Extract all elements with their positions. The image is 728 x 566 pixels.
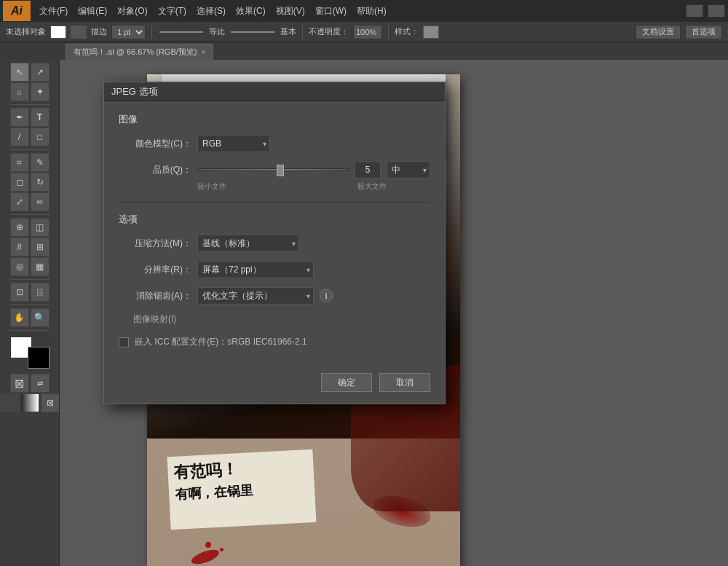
color-model-label: 颜色模型(C)：: [119, 138, 191, 150]
tab-bar: 有范吗！.ai @ 66.67% (RGB/预览) ×: [0, 42, 728, 60]
preferences-btn[interactable]: 首选项: [685, 25, 722, 39]
stroke-label: 描边: [91, 26, 107, 37]
stroke-dropdown[interactable]: 1 pt: [111, 25, 146, 39]
section-divider-1: [119, 202, 430, 203]
resolution-select[interactable]: 屏幕（72 ppi） 低（150 ppi） 中（150 ppi） 高（300 p…: [197, 261, 314, 278]
tool-row-11: ⊡ ⌻: [10, 283, 50, 302]
tool-sep-5: [10, 304, 50, 305]
quality-level-select[interactable]: 中 低 高 最高: [387, 161, 430, 178]
tool-sep-2: [10, 149, 50, 150]
pen-tool[interactable]: ✒: [10, 108, 29, 127]
tool-sep-6: [10, 330, 50, 331]
color-mode-btn[interactable]: [0, 393, 19, 412]
symbol-tool[interactable]: ◎: [10, 257, 29, 276]
line-preview-2: [231, 31, 274, 33]
zoom-tool[interactable]: 🔍: [31, 308, 50, 327]
menu-bar: Ai 文件(F) 编辑(E) 对象(O) 文字(T) 选择(S) 效果(C) 视…: [0, 0, 728, 22]
rect-tool[interactable]: □: [31, 127, 50, 146]
selection-tool[interactable]: ↖: [10, 63, 29, 82]
eraser-tool[interactable]: ◻: [10, 173, 29, 192]
image-map-link[interactable]: 图像映射(I): [133, 313, 430, 326]
fill-swatch[interactable]: [50, 25, 66, 39]
hand-tool[interactable]: ✋: [10, 308, 29, 327]
tool-row-12: ✋ 🔍: [10, 308, 50, 327]
mesh-tool[interactable]: #: [10, 237, 29, 256]
compression-label: 压缩方法(M)：: [119, 237, 191, 250]
antialiasing-row: 消除锯齿(A)： 优化文字（提示） 无 优化图稿（超级采样） ℹ: [119, 287, 430, 304]
icc-checkbox[interactable]: [119, 337, 129, 347]
icc-label: 嵌入 ICC 配置文件(E)：sRGB IEC61966-2.1: [135, 336, 307, 348]
resolution-label: 分辨率(R)：: [119, 264, 191, 276]
menu-text[interactable]: 文字(T): [154, 4, 191, 19]
menu-select[interactable]: 选择(S): [192, 4, 230, 19]
ok-button[interactable]: 确定: [321, 373, 372, 392]
compression-select[interactable]: 基线（标准） 基线（已优化） 逐行: [197, 235, 299, 252]
artboard-tool[interactable]: ⊡: [10, 283, 29, 302]
shape-builder-tool[interactable]: ⊞: [31, 237, 50, 256]
antialiasing-select[interactable]: 优化文字（提示） 无 优化图稿（超级采样）: [197, 287, 314, 304]
slider-thumb[interactable]: [277, 165, 284, 176]
opacity-input[interactable]: [353, 25, 382, 39]
document-tab[interactable]: 有范吗！.ai @ 66.67% (RGB/预览) ×: [66, 44, 213, 60]
text-tool[interactable]: T: [31, 108, 50, 127]
color-model-wrapper: RGB CMYK 灰度: [197, 135, 270, 152]
menu-window[interactable]: 窗口(W): [311, 4, 351, 19]
pencil-tool[interactable]: ✎: [31, 153, 50, 172]
paintbrush-tool[interactable]: ⌗: [10, 153, 29, 172]
quality-slider-container: 中 低 高 最高: [197, 161, 430, 178]
tool-sep-1: [10, 104, 50, 105]
resolution-wrapper: 屏幕（72 ppi） 低（150 ppi） 中（150 ppi） 高（300 p…: [197, 261, 314, 278]
menu-view[interactable]: 视图(V): [272, 4, 309, 19]
tool-sep-4: [10, 279, 50, 280]
menu-effect[interactable]: 效果(C): [232, 4, 270, 19]
gradient-mode-btn[interactable]: [20, 393, 39, 412]
lasso-tool[interactable]: ⌕: [10, 82, 29, 101]
quality-level-wrapper: 中 低 高 最高: [387, 161, 430, 178]
separator-1: [151, 25, 152, 39]
eyedropper-tool[interactable]: ⊕: [10, 218, 29, 237]
icc-row: 嵌入 ICC 配置文件(E)：sRGB IEC61966-2.1: [119, 336, 430, 348]
gradient-tool[interactable]: ◫: [31, 218, 50, 237]
tool-row-5: ⌗ ✎: [10, 153, 50, 172]
magic-wand-tool[interactable]: ✦: [31, 82, 50, 101]
cancel-button[interactable]: 取消: [379, 373, 430, 392]
menu-help[interactable]: 帮助(H): [352, 4, 391, 19]
slice-tool[interactable]: ⌻: [31, 283, 50, 302]
tool-row-3: ✒ T: [10, 108, 50, 127]
opacity-label: 不透明度：: [309, 26, 349, 37]
quality-row: 品质(Q)： 中 低 高 最高: [119, 161, 430, 192]
color-model-select[interactable]: RGB CMYK 灰度: [197, 135, 270, 152]
direct-selection-tool[interactable]: ↗: [31, 63, 50, 82]
tab-close-btn[interactable]: ×: [201, 48, 205, 56]
style-label: 样式：: [395, 26, 419, 37]
color-swatch-area: [10, 337, 50, 369]
swap-colors-btn[interactable]: ⇄: [31, 374, 50, 393]
quality-slider[interactable]: [197, 168, 349, 171]
basic-label: 基本: [280, 26, 296, 37]
quality-label: 品质(Q)：: [119, 164, 191, 176]
doc-settings-btn[interactable]: 文档设置: [636, 25, 681, 39]
blend-tool[interactable]: ∞: [31, 192, 50, 211]
stroke-color-swatch[interactable]: [28, 347, 50, 369]
menu-edit[interactable]: 编辑(E): [74, 4, 111, 19]
stroke-swatch[interactable]: [71, 25, 87, 39]
quality-value-input[interactable]: [355, 161, 381, 178]
tab-label: 有范吗！.ai @ 66.67% (RGB/预览): [74, 47, 197, 58]
tool-row-7: ⤢ ∞: [10, 192, 50, 211]
menu-object[interactable]: 对象(O): [113, 4, 151, 19]
none-mode-btn[interactable]: ⊠: [41, 393, 60, 412]
graph-tool[interactable]: ▦: [31, 257, 50, 276]
info-icon[interactable]: ℹ: [320, 289, 333, 302]
compression-row: 压缩方法(M)： 基线（标准） 基线（已优化） 逐行: [119, 235, 430, 252]
style-swatch[interactable]: [423, 25, 439, 39]
none-color-btn[interactable]: ⊠: [10, 374, 29, 393]
color-model-row: 颜色模型(C)： RGB CMYK 灰度: [119, 135, 430, 152]
rotate-tool[interactable]: ↻: [31, 173, 50, 192]
tool-row-1: ↖ ↗: [10, 63, 50, 82]
ai-logo: Ai: [3, 1, 31, 21]
menu-file[interactable]: 文件(F): [35, 4, 72, 19]
line-preview-1: [159, 31, 203, 33]
separator-3: [388, 25, 389, 39]
scale-tool[interactable]: ⤢: [10, 192, 29, 211]
line-tool[interactable]: /: [10, 127, 29, 146]
